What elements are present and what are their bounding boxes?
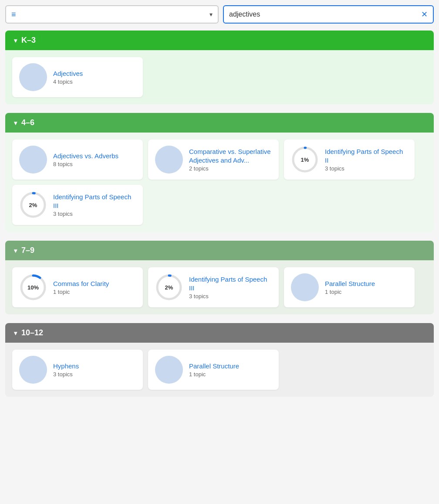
- chevron-icon: ▾: [14, 119, 17, 126]
- card-46-1[interactable]: Comparative vs. Superlative Adjectives a…: [148, 140, 279, 180]
- filter-icon: ≡: [11, 10, 16, 19]
- group-by-select[interactable]: ≡ ▾: [5, 5, 219, 24]
- section-body-k3: Adjectives 4 topics: [5, 50, 434, 104]
- card-sub: 3 topics: [53, 371, 79, 378]
- cards-grid-k3: Adjectives 4 topics: [12, 57, 427, 97]
- card-text: Comparative vs. Superlative Adjectives a…: [189, 147, 272, 172]
- chevron-down-icon: ▾: [209, 11, 213, 18]
- section-k3: ▾ K–3 Adjectives 4 topics: [5, 31, 434, 104]
- section-body-79: 10% Commas for Clarity 1 topic 2% Identi…: [5, 260, 434, 314]
- card-avatar: [19, 146, 47, 174]
- card-title: Adjectives: [53, 69, 83, 78]
- card-title: Identifying Parts of Speech II: [325, 147, 408, 164]
- chevron-icon: ▾: [14, 37, 17, 44]
- card-sub: 3 topics: [325, 165, 408, 172]
- clear-icon[interactable]: ✕: [421, 10, 428, 19]
- card-title: Parallel Structure: [189, 362, 239, 371]
- card-46-3[interactable]: 2% Identifying Parts of Speech III 3 top…: [12, 185, 143, 225]
- cards-grid-79: 10% Commas for Clarity 1 topic 2% Identi…: [12, 267, 427, 307]
- card-text: Adjectives vs. Adverbs 8 topics: [53, 152, 118, 168]
- card-avatar: [19, 356, 47, 384]
- card-sub: 2 topics: [189, 165, 272, 172]
- card-title: Identifying Parts of Speech III: [189, 275, 272, 292]
- search-input[interactable]: [229, 10, 421, 18]
- progress-ring: 10%: [19, 273, 47, 301]
- progress-ring: 1%: [291, 146, 319, 174]
- section-79: ▾ 7–9 10% Commas for Clarity 1 topic 2% …: [5, 241, 434, 314]
- section-body-46: Adjectives vs. Adverbs 8 topics Comparat…: [5, 133, 434, 232]
- card-text: Identifying Parts of Speech II 3 topics: [325, 147, 408, 172]
- card-avatar: [155, 356, 183, 384]
- card-46-2[interactable]: 1% Identifying Parts of Speech II 3 topi…: [284, 140, 415, 180]
- section-header-k3[interactable]: ▾ K–3: [5, 31, 434, 50]
- card-title: Commas for Clarity: [53, 279, 109, 288]
- card-text: Parallel Structure 1 topic: [325, 279, 375, 296]
- card-text: Identifying Parts of Speech III 3 topics: [53, 193, 136, 217]
- section-header-46[interactable]: ▾ 4–6: [5, 113, 434, 133]
- card-1012-0[interactable]: Hyphens 3 topics: [12, 350, 143, 390]
- card-sub: 3 topics: [53, 211, 136, 217]
- section-label: 10–12: [21, 328, 43, 337]
- card-title: Comparative vs. Superlative Adjectives a…: [189, 147, 272, 164]
- section-header-1012[interactable]: ▾ 10–12: [5, 323, 434, 343]
- chevron-icon: ▾: [14, 330, 17, 337]
- card-sub: 3 topics: [189, 293, 272, 300]
- section-label: 7–9: [21, 246, 34, 255]
- progress-ring: 2%: [19, 191, 47, 219]
- card-46-0[interactable]: Adjectives vs. Adverbs 8 topics: [12, 140, 143, 180]
- card-sub: 1 topic: [189, 371, 239, 378]
- progress-label: 2%: [165, 284, 173, 291]
- card-avatar: [155, 146, 183, 174]
- section-label: 4–6: [21, 118, 34, 127]
- card-sub: 1 topic: [325, 289, 375, 295]
- card-text: Adjectives 4 topics: [53, 69, 83, 85]
- section-46: ▾ 4–6 Adjectives vs. Adverbs 8 topics Co…: [5, 113, 434, 232]
- card-text: Hyphens 3 topics: [53, 362, 79, 378]
- card-sub: 1 topic: [53, 289, 109, 295]
- progress-label: 1%: [301, 157, 309, 163]
- section-header-79[interactable]: ▾ 7–9: [5, 241, 434, 260]
- card-k3-0[interactable]: Adjectives 4 topics: [12, 57, 143, 97]
- card-79-0[interactable]: 10% Commas for Clarity 1 topic: [12, 267, 143, 307]
- progress-label: 10%: [27, 284, 39, 291]
- cards-grid-46: Adjectives vs. Adverbs 8 topics Comparat…: [12, 140, 427, 225]
- card-text: Commas for Clarity 1 topic: [53, 279, 109, 296]
- card-79-1[interactable]: 2% Identifying Parts of Speech III 3 top…: [148, 267, 279, 307]
- chevron-icon: ▾: [14, 247, 17, 254]
- card-title: Identifying Parts of Speech III: [53, 193, 136, 210]
- card-text: Identifying Parts of Speech III 3 topics: [189, 275, 272, 300]
- cards-grid-1012: Hyphens 3 topics Parallel Structure 1 to…: [12, 350, 427, 390]
- section-1012: ▾ 10–12 Hyphens 3 topics Parallel Struct…: [5, 323, 434, 397]
- progress-label: 2%: [29, 202, 37, 208]
- card-sub: 4 topics: [53, 78, 83, 85]
- card-title: Adjectives vs. Adverbs: [53, 152, 118, 160]
- card-text: Parallel Structure 1 topic: [189, 362, 239, 378]
- card-title: Parallel Structure: [325, 279, 375, 288]
- section-label: K–3: [21, 36, 36, 45]
- search-box[interactable]: ✕: [223, 5, 434, 24]
- card-79-2[interactable]: Parallel Structure 1 topic: [284, 267, 415, 307]
- progress-ring: 2%: [155, 273, 183, 301]
- sections-container: ▾ K–3 Adjectives 4 topics ▾ 4–6 Adjectiv…: [5, 31, 434, 397]
- controls-bar: ≡ ▾ ✕: [5, 5, 434, 24]
- card-avatar: [19, 63, 47, 91]
- section-body-1012: Hyphens 3 topics Parallel Structure 1 to…: [5, 343, 434, 397]
- card-avatar: [291, 273, 319, 301]
- card-1012-1[interactable]: Parallel Structure 1 topic: [148, 350, 279, 390]
- card-sub: 8 topics: [53, 161, 118, 167]
- card-title: Hyphens: [53, 362, 79, 371]
